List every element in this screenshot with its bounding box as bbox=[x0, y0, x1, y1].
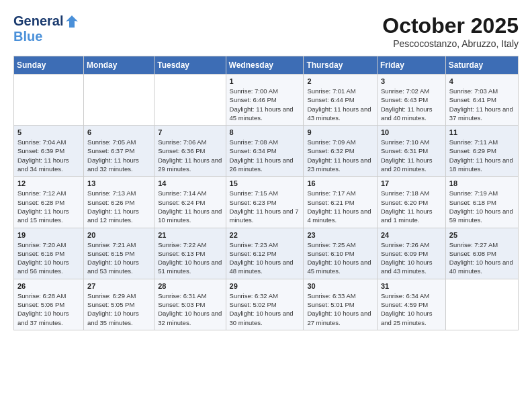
day-number: 12 bbox=[17, 179, 80, 187]
calendar-table: SundayMondayTuesdayWednesdayThursdayFrid… bbox=[13, 56, 519, 330]
day-number: 17 bbox=[381, 179, 442, 187]
day-number: 22 bbox=[230, 231, 300, 239]
day-number: 18 bbox=[449, 179, 515, 187]
day-number: 9 bbox=[307, 128, 373, 136]
day-number: 20 bbox=[87, 231, 150, 239]
calendar-cell: 19Sunrise: 7:20 AMSunset: 6:16 PMDayligh… bbox=[14, 228, 84, 279]
day-info: Sunrise: 6:32 AMSunset: 5:02 PMDaylight:… bbox=[230, 291, 300, 327]
logo-general: General bbox=[13, 13, 63, 29]
calendar-cell: 2Sunrise: 7:01 AMSunset: 6:44 PMDaylight… bbox=[304, 75, 378, 126]
day-number: 16 bbox=[307, 179, 373, 187]
day-info: Sunrise: 7:02 AMSunset: 6:43 PMDaylight:… bbox=[381, 87, 442, 122]
day-number: 3 bbox=[381, 77, 442, 85]
day-info: Sunrise: 7:15 AMSunset: 6:23 PMDaylight:… bbox=[230, 189, 300, 224]
day-info: Sunrise: 7:23 AMSunset: 6:12 PMDaylight:… bbox=[230, 240, 300, 276]
calendar-cell: 7Sunrise: 7:06 AMSunset: 6:36 PMDaylight… bbox=[154, 126, 226, 177]
day-info: Sunrise: 7:13 AMSunset: 6:26 PMDaylight:… bbox=[87, 189, 150, 224]
day-info: Sunrise: 7:08 AMSunset: 6:34 PMDaylight:… bbox=[230, 138, 300, 173]
day-number: 2 bbox=[307, 77, 373, 85]
weekday-header: Wednesday bbox=[226, 56, 304, 75]
calendar-cell: 12Sunrise: 7:12 AMSunset: 6:28 PMDayligh… bbox=[14, 177, 84, 228]
location: Pescocostanzo, Abruzzo, Italy bbox=[382, 38, 519, 49]
calendar-week-row: 5Sunrise: 7:04 AMSunset: 6:39 PMDaylight… bbox=[14, 126, 519, 177]
calendar-cell: 31Sunrise: 6:34 AMSunset: 4:59 PMDayligh… bbox=[377, 279, 445, 330]
day-info: Sunrise: 6:31 AMSunset: 5:03 PMDaylight:… bbox=[158, 291, 222, 327]
day-number: 4 bbox=[449, 77, 515, 85]
weekday-header: Sunday bbox=[14, 56, 84, 75]
calendar-cell: 1Sunrise: 7:00 AMSunset: 6:46 PMDaylight… bbox=[226, 75, 304, 126]
calendar-cell: 18Sunrise: 7:19 AMSunset: 6:18 PMDayligh… bbox=[445, 177, 518, 228]
calendar-cell: 23Sunrise: 7:25 AMSunset: 6:10 PMDayligh… bbox=[304, 228, 378, 279]
logo-blue: Blue bbox=[13, 29, 42, 44]
calendar-cell: 29Sunrise: 6:32 AMSunset: 5:02 PMDayligh… bbox=[226, 279, 304, 330]
day-number: 5 bbox=[17, 128, 80, 136]
calendar-cell: 28Sunrise: 6:31 AMSunset: 5:03 PMDayligh… bbox=[154, 279, 226, 330]
day-number: 11 bbox=[449, 128, 515, 136]
calendar-cell: 8Sunrise: 7:08 AMSunset: 6:34 PMDaylight… bbox=[226, 126, 304, 177]
logo: General Blue bbox=[13, 13, 79, 44]
calendar-cell: 17Sunrise: 7:18 AMSunset: 6:20 PMDayligh… bbox=[377, 177, 445, 228]
day-number: 31 bbox=[381, 282, 442, 290]
calendar-cell: 30Sunrise: 6:33 AMSunset: 5:01 PMDayligh… bbox=[304, 279, 378, 330]
calendar-cell bbox=[84, 75, 154, 126]
calendar-cell: 21Sunrise: 7:22 AMSunset: 6:13 PMDayligh… bbox=[154, 228, 226, 279]
title-block: October 2025 Pescocostanzo, Abruzzo, Ita… bbox=[382, 13, 519, 49]
logo-bird-icon bbox=[64, 14, 79, 29]
weekday-header: Monday bbox=[84, 56, 154, 75]
day-number: 13 bbox=[87, 179, 150, 187]
day-number: 26 bbox=[17, 282, 80, 290]
weekday-header: Saturday bbox=[445, 56, 518, 75]
day-number: 8 bbox=[230, 128, 300, 136]
calendar-cell: 15Sunrise: 7:15 AMSunset: 6:23 PMDayligh… bbox=[226, 177, 304, 228]
calendar-cell: 16Sunrise: 7:17 AMSunset: 6:21 PMDayligh… bbox=[304, 177, 378, 228]
calendar-cell: 10Sunrise: 7:10 AMSunset: 6:31 PMDayligh… bbox=[377, 126, 445, 177]
day-number: 24 bbox=[381, 231, 442, 239]
day-info: Sunrise: 7:21 AMSunset: 6:15 PMDaylight:… bbox=[87, 240, 150, 276]
day-info: Sunrise: 7:22 AMSunset: 6:13 PMDaylight:… bbox=[158, 240, 222, 276]
day-info: Sunrise: 7:09 AMSunset: 6:32 PMDaylight:… bbox=[307, 138, 373, 173]
calendar-cell bbox=[154, 75, 226, 126]
day-number: 19 bbox=[17, 231, 80, 239]
calendar-cell: 22Sunrise: 7:23 AMSunset: 6:12 PMDayligh… bbox=[226, 228, 304, 279]
weekday-header: Friday bbox=[377, 56, 445, 75]
calendar-cell: 5Sunrise: 7:04 AMSunset: 6:39 PMDaylight… bbox=[14, 126, 84, 177]
calendar-week-row: 26Sunrise: 6:28 AMSunset: 5:06 PMDayligh… bbox=[14, 279, 519, 330]
calendar-week-row: 1Sunrise: 7:00 AMSunset: 6:46 PMDaylight… bbox=[14, 75, 519, 126]
calendar-cell: 3Sunrise: 7:02 AMSunset: 6:43 PMDaylight… bbox=[377, 75, 445, 126]
day-number: 30 bbox=[307, 282, 373, 290]
day-info: Sunrise: 7:05 AMSunset: 6:37 PMDaylight:… bbox=[87, 138, 150, 173]
day-number: 7 bbox=[158, 128, 222, 136]
day-info: Sunrise: 7:17 AMSunset: 6:21 PMDaylight:… bbox=[307, 189, 373, 224]
page-header: General Blue October 2025 Pescocostanzo,… bbox=[13, 13, 519, 49]
day-number: 14 bbox=[158, 179, 222, 187]
day-info: Sunrise: 7:14 AMSunset: 6:24 PMDaylight:… bbox=[158, 189, 222, 224]
day-info: Sunrise: 6:29 AMSunset: 5:05 PMDaylight:… bbox=[87, 291, 150, 327]
calendar-cell: 13Sunrise: 7:13 AMSunset: 6:26 PMDayligh… bbox=[84, 177, 154, 228]
calendar-cell bbox=[445, 279, 518, 330]
day-number: 29 bbox=[230, 282, 300, 290]
day-number: 28 bbox=[158, 282, 222, 290]
day-info: Sunrise: 7:27 AMSunset: 6:08 PMDaylight:… bbox=[449, 240, 515, 276]
day-info: Sunrise: 6:34 AMSunset: 4:59 PMDaylight:… bbox=[381, 291, 442, 327]
weekday-header: Thursday bbox=[304, 56, 378, 75]
day-info: Sunrise: 7:26 AMSunset: 6:09 PMDaylight:… bbox=[381, 240, 442, 276]
calendar-cell: 14Sunrise: 7:14 AMSunset: 6:24 PMDayligh… bbox=[154, 177, 226, 228]
day-info: Sunrise: 7:20 AMSunset: 6:16 PMDaylight:… bbox=[17, 240, 80, 276]
calendar-cell: 25Sunrise: 7:27 AMSunset: 6:08 PMDayligh… bbox=[445, 228, 518, 279]
calendar-week-row: 12Sunrise: 7:12 AMSunset: 6:28 PMDayligh… bbox=[14, 177, 519, 228]
day-number: 25 bbox=[449, 231, 515, 239]
calendar-week-row: 19Sunrise: 7:20 AMSunset: 6:16 PMDayligh… bbox=[14, 228, 519, 279]
day-info: Sunrise: 7:00 AMSunset: 6:46 PMDaylight:… bbox=[230, 87, 300, 122]
calendar-cell: 11Sunrise: 7:11 AMSunset: 6:29 PMDayligh… bbox=[445, 126, 518, 177]
svg-marker-0 bbox=[66, 15, 78, 28]
day-number: 21 bbox=[158, 231, 222, 239]
day-info: Sunrise: 6:28 AMSunset: 5:06 PMDaylight:… bbox=[17, 291, 80, 327]
day-info: Sunrise: 7:06 AMSunset: 6:36 PMDaylight:… bbox=[158, 138, 222, 173]
day-info: Sunrise: 7:03 AMSunset: 6:41 PMDaylight:… bbox=[449, 87, 515, 122]
calendar-cell: 27Sunrise: 6:29 AMSunset: 5:05 PMDayligh… bbox=[84, 279, 154, 330]
calendar-cell: 9Sunrise: 7:09 AMSunset: 6:32 PMDaylight… bbox=[304, 126, 378, 177]
day-info: Sunrise: 7:19 AMSunset: 6:18 PMDaylight:… bbox=[449, 189, 515, 224]
day-number: 23 bbox=[307, 231, 373, 239]
calendar-cell: 24Sunrise: 7:26 AMSunset: 6:09 PMDayligh… bbox=[377, 228, 445, 279]
day-number: 1 bbox=[230, 77, 300, 85]
